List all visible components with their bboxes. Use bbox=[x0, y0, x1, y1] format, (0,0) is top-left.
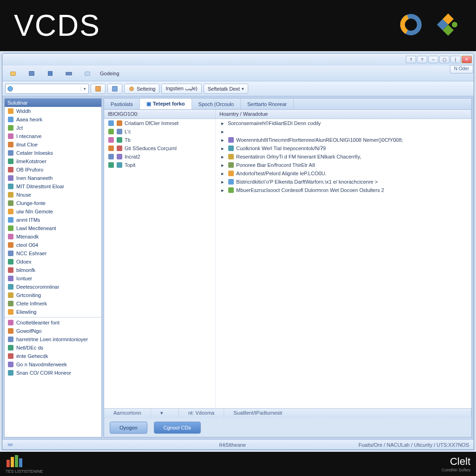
column-header-left[interactable]: IBIOIGO1O0: bbox=[104, 110, 216, 119]
sidebar-item[interactable]: GowolfNgo bbox=[5, 327, 101, 335]
sidebar-item[interactable]: énte Gehecdk bbox=[5, 352, 101, 360]
toolbar-icon-5[interactable] bbox=[81, 68, 93, 79]
grid-row-right[interactable]: ▸Andortol'test/Pelord Alignite leP.LCO0U… bbox=[216, 169, 471, 178]
bottom-tab-0[interactable]: Aarncortonn bbox=[104, 409, 151, 418]
grid-row-left[interactable]: Tb bbox=[104, 136, 215, 144]
pre-close-button[interactable]: | bbox=[450, 56, 461, 63]
grid-row-left[interactable]: L'c bbox=[104, 127, 215, 136]
sidebar-item[interactable]: Grtconiting bbox=[5, 291, 101, 299]
sidebar-item[interactable]: ilnut Cloe bbox=[5, 140, 101, 149]
sidebar-item[interactable]: Jct bbox=[5, 124, 101, 132]
sidebar-item[interactable]: Go n Navodmiterweek bbox=[5, 360, 101, 369]
grid-row-right[interactable]: ▸Woerenntuh8ITinecmntFtorttenree/AlunREO… bbox=[216, 136, 471, 144]
list-item-icon bbox=[228, 145, 234, 152]
sidebar-item[interactable]: Aaea heork bbox=[5, 115, 101, 124]
grid-row-right[interactable]: ▸Sorconsemaireh©FidiiartEDI Denn codily bbox=[216, 119, 471, 127]
toolbar-icon-3[interactable] bbox=[44, 68, 56, 79]
grid-row-right[interactable]: ▸MbuerEszrucIsooct Cordesofl Dulormron W… bbox=[216, 186, 471, 194]
list-item-icon bbox=[116, 153, 123, 160]
sidebar-item[interactable]: Mtenaodk bbox=[5, 232, 101, 241]
list-item-icon bbox=[7, 336, 14, 343]
svg-rect-20 bbox=[8, 150, 13, 156]
sidebar-item[interactable]: Cetaler Inloesks bbox=[5, 149, 101, 157]
grid-row-left[interactable]: Criatiarn DfCler Inmroet bbox=[104, 119, 215, 127]
sidebar-item[interactable]: Widdh bbox=[5, 107, 101, 115]
column-header-right[interactable]: Hoamtry / Waradotue bbox=[216, 110, 471, 119]
toolbar-icon-2[interactable] bbox=[26, 68, 38, 79]
sidebar-item-label: I ntecnarve bbox=[16, 133, 41, 139]
toolbar2-sq1[interactable] bbox=[91, 84, 106, 94]
sidebar-item[interactable]: Nnuse bbox=[5, 191, 101, 199]
grid-body[interactable]: Criatiarn DfCler InmroetL'cTbGti SSeduce… bbox=[104, 119, 471, 408]
grid-row-right[interactable]: ▸ bbox=[216, 127, 471, 136]
search-box[interactable]: ▾ bbox=[5, 84, 89, 94]
toolbar-icon-1[interactable] bbox=[7, 68, 19, 79]
grid-row-left[interactable]: Topit bbox=[104, 161, 215, 169]
tab-1[interactable]: ▣Tetepet forko bbox=[140, 99, 192, 109]
settings-button[interactable]: Setteing bbox=[124, 84, 159, 94]
cell-text: L'c bbox=[125, 129, 131, 134]
sidebar-item[interactable]: Lawl Mectleneant bbox=[5, 224, 101, 232]
tab-2[interactable]: Spoch (Orcoulo bbox=[192, 99, 241, 109]
bottom-tab-2[interactable]: Suatllent/tPadturnestr bbox=[224, 409, 471, 418]
top-banner: VCDS bbox=[0, 0, 476, 51]
sidebar-item-label: ilmeKotstroer bbox=[16, 159, 46, 164]
combo-selector[interactable]: Seftetatk Dext ▾ bbox=[204, 84, 248, 94]
sidebar-item[interactable]: bilmonfk bbox=[5, 266, 101, 274]
svg-rect-46 bbox=[8, 370, 13, 376]
minimize-button[interactable]: – bbox=[428, 56, 438, 63]
grid-row-right[interactable]: ▸Cuolkrionk Werl Tial Inepocenntok/N/ʔ9 bbox=[216, 144, 471, 152]
search-input[interactable] bbox=[15, 86, 81, 92]
sidebar-item[interactable]: Iontuer bbox=[5, 274, 101, 283]
injection-button[interactable]: Ingstien ليبe) bbox=[161, 84, 201, 94]
toolbar-icon-4[interactable] bbox=[63, 68, 75, 79]
connect-button[interactable]: Cgnool CDs bbox=[154, 422, 201, 434]
grid-row-right[interactable]: ▸Bistricrdkitio\'o'P Elkenita DarftWarfo… bbox=[216, 178, 471, 186]
grid-row-right[interactable]: ▸Resentatiron OrlnyTi d FM hinerant ENlk… bbox=[216, 152, 471, 161]
sidebar-item[interactable]: MIT Ditnesttont Eloar bbox=[5, 182, 101, 191]
sidebar-item[interactable]: Snan CO/ COIR Honeor bbox=[5, 369, 101, 377]
sidebar-item-label: Cetaler Inloesks bbox=[16, 150, 53, 156]
grid-row-left[interactable]: Gti SSeduces Corçurnl bbox=[104, 144, 215, 152]
bottom-tab-1[interactable]: nt: Vdooma bbox=[179, 409, 224, 418]
cell-text: Resentatiron OrlnyTi d FM hinerant ENlka… bbox=[236, 154, 361, 159]
help-button[interactable]: ? bbox=[406, 56, 416, 63]
bottom-tab-dd[interactable]: ▾ bbox=[151, 409, 179, 418]
sidebar-item[interactable]: harretrtne Loen intormntonioyer bbox=[5, 335, 101, 344]
open-button[interactable]: Oyogon bbox=[110, 422, 147, 434]
sidebar-item[interactable]: anml ITMs bbox=[5, 216, 101, 224]
help2-button[interactable]: ? bbox=[417, 56, 427, 63]
grid-row-left[interactable]: Incrat2 bbox=[104, 152, 215, 161]
sidebar-item[interactable]: uiw NIn Gemote bbox=[5, 207, 101, 216]
grid-row-right[interactable]: ▸Ponoree Biar En/frocord ThirEtr A8 bbox=[216, 161, 471, 169]
list-item-icon bbox=[116, 120, 123, 126]
footer-brand: Clelt bbox=[450, 456, 470, 467]
search-dropdown-icon[interactable]: ▾ bbox=[81, 86, 88, 91]
sidebar-item[interactable]: Netl/DEc ds bbox=[5, 344, 101, 352]
toolbar2-sq2[interactable] bbox=[107, 84, 122, 94]
cell-text: Topit bbox=[125, 162, 135, 168]
sidebar-item[interactable]: NCC Eshraer bbox=[5, 249, 101, 258]
close-button[interactable]: ✕ bbox=[462, 56, 472, 63]
sidebar-item[interactable]: OB IPruforo bbox=[5, 165, 101, 174]
titlebar-pill[interactable]: N Oder bbox=[450, 65, 473, 73]
sidebar-item[interactable]: Eliewling bbox=[5, 308, 101, 316]
tab-0[interactable]: Pastiolats bbox=[104, 99, 140, 109]
sidebar-item[interactable]: Ctete Infmerk bbox=[5, 299, 101, 308]
sidebar-item[interactable]: Inen Nananeeth bbox=[5, 174, 101, 182]
cell-text: Criatiarn DfCler Inmroet bbox=[125, 120, 178, 126]
sidebar-item-label: Clunge-fonte bbox=[16, 200, 46, 206]
sidebar-item[interactable]: cteol O04 bbox=[5, 241, 101, 249]
sidebar-item[interactable]: I ntecnarve bbox=[5, 132, 101, 140]
list-item-icon bbox=[7, 158, 14, 165]
tab-3[interactable]: Serttarto Rnorear bbox=[241, 99, 294, 109]
sidebar-item[interactable]: ilmeKotstroer bbox=[5, 157, 101, 165]
sidebar-item-label: Mtenaodk bbox=[16, 234, 39, 239]
sidebar-item[interactable]: Odoex bbox=[5, 258, 101, 266]
maximize-button[interactable]: ▢ bbox=[439, 56, 450, 63]
sidebar-item[interactable]: Cnottetileanter font bbox=[5, 318, 101, 327]
sidebar-item[interactable]: Deetescoromniinar bbox=[5, 283, 101, 291]
sidebar-item[interactable]: Clunge-fonte bbox=[5, 199, 101, 207]
svg-rect-63 bbox=[228, 171, 234, 176]
app-area: ? ? – ▢ | ✕ N Oder Godeing ▾ bbox=[0, 51, 476, 452]
